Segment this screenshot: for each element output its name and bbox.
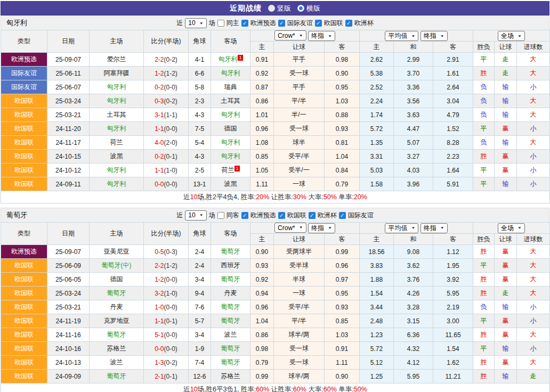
away-team: 德国 bbox=[211, 122, 250, 136]
team-name: 匈牙利 bbox=[6, 18, 27, 28]
competition-checkbox[interactable]: ✓ bbox=[315, 20, 322, 27]
result-handicap: 输 bbox=[495, 342, 517, 356]
euro-odds-away: 4.79 bbox=[433, 108, 473, 122]
match-score: 0-2(0-0) bbox=[144, 80, 189, 94]
radio-off-icon[interactable] bbox=[268, 5, 275, 12]
asia-odds-home: 0.99 bbox=[250, 370, 274, 383]
match-score: 1-3(0-2) bbox=[144, 356, 189, 370]
col-header-score: 比分(半场) bbox=[144, 30, 189, 53]
asia-bookmaker-select[interactable]: Crow*▼ bbox=[274, 30, 306, 40]
competition-checkbox[interactable]: ✓ bbox=[309, 212, 316, 219]
result-handicap: 赢 bbox=[495, 328, 517, 342]
competition-label: 欧洲预选 bbox=[250, 19, 276, 28]
competition-checkbox[interactable]: ✓ bbox=[241, 212, 248, 219]
euro-odds-away: 1.54 bbox=[433, 342, 473, 356]
asia-odds-home: 1.11 bbox=[250, 177, 274, 191]
match-date: 24-10-12 bbox=[47, 164, 90, 177]
chevron-down-icon: ▼ bbox=[440, 34, 444, 37]
euro-odds-away: 11.21 bbox=[433, 370, 473, 383]
euro-odds-home: 3.83 bbox=[360, 259, 394, 273]
recent-count-select[interactable]: 10 ▼ bbox=[185, 210, 206, 220]
match-score: 3-2(1-0) bbox=[144, 287, 189, 300]
near-label: 近 bbox=[176, 19, 183, 28]
euro-bookmaker-select[interactable]: 平均值▼ bbox=[385, 223, 418, 233]
euro-bookmaker-select[interactable]: 平均值▼ bbox=[385, 31, 418, 41]
competition-checkbox[interactable]: ✓ bbox=[278, 20, 285, 27]
chevron-down-icon: ▼ bbox=[411, 226, 415, 230]
away-team: 葡萄牙 bbox=[211, 356, 250, 370]
euro-odds-draw: 6.36 bbox=[394, 328, 433, 342]
subcol-goals-result: 进球数 bbox=[517, 42, 550, 53]
corner-score: 7-5 bbox=[189, 122, 211, 136]
same-venue-checkbox[interactable] bbox=[217, 20, 224, 27]
same-venue-checkbox[interactable] bbox=[217, 212, 224, 219]
home-team: 亚美尼亚 bbox=[90, 245, 144, 259]
match-date: 24-11-19 bbox=[47, 314, 90, 328]
match-score: 2-2(0-2) bbox=[144, 53, 189, 67]
scope-select[interactable]: 全场▼ bbox=[498, 223, 525, 233]
euro-odds-home: 18.56 bbox=[360, 245, 394, 259]
euro-odds-home: 2.62 bbox=[360, 53, 394, 67]
euro-odds-draw: 3.27 bbox=[394, 150, 433, 164]
asia-odds-home: 0.90 bbox=[250, 245, 274, 259]
corner-score: 5-7 bbox=[189, 314, 211, 328]
asia-odds-home: 0.92 bbox=[250, 67, 274, 80]
asia-odds-home: 0.98 bbox=[250, 342, 274, 356]
corner-score: 2-4 bbox=[189, 245, 211, 259]
subcol-asia-handicap: 让球 bbox=[274, 234, 325, 245]
euro-odds-draw: 3.28 bbox=[394, 300, 433, 314]
competition-checkbox[interactable]: ✓ bbox=[345, 20, 352, 27]
chevron-down-icon: ▼ bbox=[517, 226, 522, 230]
match-date: 24-10-15 bbox=[47, 150, 90, 164]
result-outcome: 负 bbox=[473, 136, 495, 150]
euro-odds-away: 1.95 bbox=[433, 259, 473, 273]
match-type-badge: 欧国联 bbox=[1, 314, 47, 328]
title-bar: 近期战绩 竖版 横版 bbox=[1, 1, 549, 15]
table-row: 欧国联24-11-19克罗地亚1-1(0-1)5-7葡萄牙1.04平/半0.85… bbox=[1, 314, 550, 328]
table-row: 欧洲预选25-09-07亚美尼亚0-5(0-3)2-4葡萄牙0.90受两球半0.… bbox=[1, 245, 550, 259]
subcol-asia-home: 主 bbox=[250, 234, 274, 245]
competition-checkbox[interactable]: ✓ bbox=[339, 212, 346, 219]
chevron-down-icon: ▼ bbox=[328, 226, 332, 230]
asia-odds-away: 0.79 bbox=[325, 177, 360, 191]
asia-odds-home: 0.93 bbox=[250, 259, 274, 273]
match-type-badge: 欧国联 bbox=[1, 287, 47, 300]
asia-stage-select[interactable]: 终指▼ bbox=[308, 31, 335, 41]
competition-checkbox[interactable]: ✓ bbox=[278, 212, 285, 219]
euro-stage-select[interactable]: 终指▼ bbox=[420, 223, 448, 233]
recent-count-select[interactable]: 10 ▼ bbox=[185, 18, 206, 28]
corner-score: 4-1 bbox=[189, 53, 211, 67]
asia-handicap: 球半 bbox=[274, 136, 325, 150]
asia-odds-away: 1.04 bbox=[325, 150, 360, 164]
asia-handicap: 受平/半 bbox=[274, 150, 325, 164]
asia-stage-select[interactable]: 终指▼ bbox=[308, 223, 335, 233]
away-team: 丹麦 bbox=[211, 287, 250, 300]
away-team: 匈牙利 bbox=[211, 136, 250, 150]
check-icon: ✓ bbox=[345, 20, 352, 27]
scope-select[interactable]: 全场▼ bbox=[498, 31, 525, 41]
corner-score: 7-6 bbox=[189, 300, 211, 314]
asia-handicap: 平/半 bbox=[274, 94, 325, 108]
subcol-handicap-result: 让球 bbox=[495, 234, 517, 245]
result-handicap: 走 bbox=[495, 67, 517, 80]
euro-odds-home: 3.31 bbox=[360, 150, 394, 164]
corner-score: 5-4 bbox=[189, 136, 211, 150]
table-row: 欧国联25-03-24葡萄牙3-2(1-0)9-4丹麦0.94一球0.951.5… bbox=[1, 287, 550, 300]
competition-checkbox[interactable]: ✓ bbox=[241, 20, 248, 27]
asia-bookmaker-select[interactable]: Crow*▼ bbox=[274, 223, 306, 233]
horizontal-layout-radio[interactable]: 横版 bbox=[297, 4, 320, 13]
match-date: 24-11-16 bbox=[47, 328, 90, 342]
euro-odds-home: 5.12 bbox=[360, 356, 394, 370]
asia-odds-away: 1.03 bbox=[325, 328, 360, 342]
table-row: 欧国联24-10-12匈牙利1-1(1-0)2-5荷兰11.05受半/一0.84… bbox=[1, 164, 550, 177]
radio-dot-icon bbox=[299, 6, 303, 10]
home-team: 波黑 bbox=[90, 150, 144, 164]
filter-bar-hungary: 匈牙利 近 10 ▼ 场 同主 ✓ 欧洲预选 ✓ 国际友谊 ✓ 欧国联 ✓ 欧洲… bbox=[1, 15, 549, 30]
euro-odds-away: 2.91 bbox=[433, 53, 473, 67]
euro-stage-select[interactable]: 终指▼ bbox=[420, 31, 448, 41]
vertical-layout-radio[interactable]: 竖版 bbox=[268, 4, 291, 13]
section-gap bbox=[1, 203, 549, 208]
radio-on-icon[interactable] bbox=[297, 5, 304, 12]
match-type-badge: 欧洲预选 bbox=[1, 245, 47, 259]
home-team: 葡萄牙 bbox=[90, 370, 144, 383]
